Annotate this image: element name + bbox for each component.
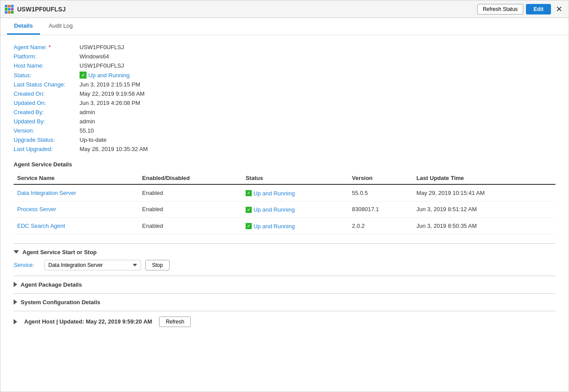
label-created-by: Created By: — [14, 109, 80, 115]
info-row-upgrade-status: Upgrade Status: Up-to-date — [14, 137, 555, 143]
system-config-title: System Configuration Details — [21, 299, 100, 306]
system-config-section: System Configuration Details — [14, 293, 555, 311]
cell-status: ✓ Up and Running — [242, 184, 348, 201]
collapse-icon-right-package — [14, 282, 17, 287]
info-row-version: Version: 55.10 — [14, 127, 555, 134]
info-section: Agent Name: * USW1PF0UFLSJ Platform: Win… — [14, 44, 555, 152]
system-config-header[interactable]: System Configuration Details — [14, 299, 555, 306]
tabs-bar: Details Audit Log — [0, 18, 569, 35]
col-header-last-update: Last Update Time — [413, 172, 555, 184]
col-header-enabled-disabled: Enabled/Disabled — [139, 172, 242, 184]
refresh-status-button[interactable]: Refresh Status — [477, 4, 523, 14]
stop-button[interactable]: Stop — [145, 260, 170, 270]
cell-service-name: EDC Search Agent — [14, 218, 139, 234]
col-header-service-name: Service Name — [14, 172, 139, 184]
agent-service-start-stop-header[interactable]: Agent Service Start or Stop — [14, 249, 555, 255]
value-upgrade-status: Up-to-date — [80, 137, 106, 143]
cell-last-update: May 29, 2019 10:15:41 AM — [413, 184, 555, 201]
agent-host-section: Agent Host | Updated: May 22, 2019 9:59:… — [14, 311, 555, 332]
table-row: EDC Search Agent Enabled ✓ Up and Runnin… — [14, 218, 555, 234]
info-row-platform: Platform: Windows64 — [14, 53, 555, 60]
status-badge: ✓ Up and Running — [80, 72, 130, 79]
collapse-icon-right-host — [14, 319, 17, 324]
collapse-icon-right-system — [14, 299, 17, 305]
tab-details[interactable]: Details — [7, 18, 40, 35]
agent-package-details-section: Agent Package Details — [14, 276, 555, 293]
app-icon — [5, 5, 14, 14]
cell-version: 8308017.1 — [348, 201, 413, 218]
tab-audit-log[interactable]: Audit Log — [42, 18, 80, 35]
close-button[interactable]: ✕ — [554, 4, 564, 14]
cell-enabled: Enabled — [139, 218, 242, 234]
service-stop-row: Service: Data Integration Server Process… — [14, 260, 555, 270]
value-version: 55.10 — [80, 127, 94, 134]
title-bar: USW1PF0UFLSJ Refresh Status Edit ✕ — [0, 0, 569, 18]
agent-service-table: Service Name Enabled/Disabled Status Ver… — [14, 172, 555, 234]
service-label: Service: — [14, 262, 40, 268]
col-header-status: Status — [242, 172, 348, 184]
main-content: Agent Name: * USW1PF0UFLSJ Platform: Win… — [0, 35, 569, 392]
label-upgrade-status: Upgrade Status: — [14, 137, 80, 143]
info-row-updated-on: Updated On: Jun 3, 2019 4:26:08 PM — [14, 100, 555, 106]
title-bar-right: Refresh Status Edit ✕ — [477, 4, 564, 14]
value-updated-by: admin — [80, 118, 95, 125]
agent-service-start-stop-title: Agent Service Start or Stop — [22, 249, 97, 255]
label-platform: Platform: — [14, 53, 80, 60]
edit-button[interactable]: Edit — [526, 4, 551, 14]
title-bar-left: USW1PF0UFLSJ — [5, 5, 65, 14]
agent-service-start-stop-section: Agent Service Start or Stop Service: Dat… — [14, 243, 555, 276]
label-created-on: Created On: — [14, 90, 80, 97]
info-row-hostname: Host Name: USW1PF0UFLSJ — [14, 62, 555, 69]
cell-enabled: Enabled — [139, 201, 242, 218]
cell-status: ✓ Up and Running — [242, 201, 348, 218]
cell-status: ✓ Up and Running — [242, 218, 348, 234]
col-header-version: Version — [348, 172, 413, 184]
agent-host-label: Agent Host | Updated: May 22, 2019 9:59:… — [24, 318, 152, 325]
cell-version: 55.0.5 — [348, 184, 413, 201]
window-title: USW1PF0UFLSJ — [17, 6, 65, 13]
label-updated-by: Updated By: — [14, 118, 80, 125]
collapse-icon-down — [14, 250, 19, 254]
cell-last-update: Jun 3, 2019 8:50:35 AM — [413, 218, 555, 234]
info-row-created-by: Created By: admin — [14, 109, 555, 115]
info-row-last-status-change: Last Status Change: Jun 3, 2019 2:15:15 … — [14, 81, 555, 88]
agent-package-details-header[interactable]: Agent Package Details — [14, 281, 555, 288]
service-select[interactable]: Data Integration Server Process Server E… — [44, 260, 141, 270]
value-agent-name: USW1PF0UFLSJ — [80, 44, 124, 50]
table-row: Data Integration Server Enabled ✓ Up and… — [14, 184, 555, 201]
value-platform: Windows64 — [80, 53, 109, 60]
agent-service-details-title: Agent Service Details — [14, 161, 555, 168]
status-text: Up and Running — [88, 72, 130, 79]
label-agent-name: Agent Name: * — [14, 44, 80, 50]
info-row-status: Status: ✓ Up and Running — [14, 72, 555, 79]
status-check-icon: ✓ — [80, 72, 87, 79]
label-hostname: Host Name: — [14, 62, 80, 69]
cell-enabled: Enabled — [139, 184, 242, 201]
value-last-status-change: Jun 3, 2019 2:15:15 PM — [80, 81, 140, 88]
value-last-upgraded: May 28, 2019 10:35:32 AM — [80, 146, 148, 152]
label-status: Status: — [14, 72, 80, 79]
cell-last-update: Jun 3, 2019 8:51:12 AM — [413, 201, 555, 218]
main-window: USW1PF0UFLSJ Refresh Status Edit ✕ Detai… — [0, 0, 569, 392]
agent-host-row: Agent Host | Updated: May 22, 2019 9:59:… — [14, 316, 555, 327]
label-last-upgraded: Last Upgraded: — [14, 146, 80, 152]
agent-package-details-title: Agent Package Details — [21, 281, 82, 288]
cell-service-name: Process Server — [14, 201, 139, 218]
label-last-status-change: Last Status Change: — [14, 81, 80, 88]
label-version: Version: — [14, 127, 80, 134]
value-created-by: admin — [80, 109, 95, 115]
info-row-last-upgraded: Last Upgraded: May 28, 2019 10:35:32 AM — [14, 146, 555, 152]
value-hostname: USW1PF0UFLSJ — [80, 62, 124, 69]
table-header-row: Service Name Enabled/Disabled Status Ver… — [14, 172, 555, 184]
value-created-on: May 22, 2019 9:19:58 AM — [80, 90, 145, 97]
table-row: Process Server Enabled ✓ Up and Running … — [14, 201, 555, 218]
info-row-updated-by: Updated By: admin — [14, 118, 555, 125]
value-updated-on: Jun 3, 2019 4:26:08 PM — [80, 100, 140, 106]
info-row-created-on: Created On: May 22, 2019 9:19:58 AM — [14, 90, 555, 97]
label-updated-on: Updated On: — [14, 100, 80, 106]
cell-version: 2.0.2 — [348, 218, 413, 234]
agent-host-refresh-button[interactable]: Refresh — [159, 316, 191, 327]
info-row-agent-name: Agent Name: * USW1PF0UFLSJ — [14, 44, 555, 50]
cell-service-name: Data Integration Server — [14, 184, 139, 201]
